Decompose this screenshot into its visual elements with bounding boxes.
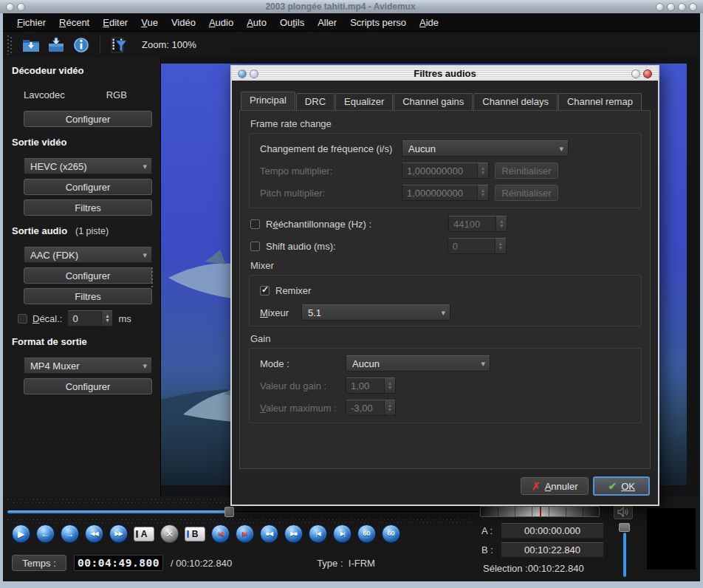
time-mode-button[interactable]: Temps : <box>12 555 66 571</box>
menu-auto[interactable]: Auto <box>240 15 273 30</box>
tab-channel-remap[interactable]: Channel remap <box>558 93 642 110</box>
gain-max-spinbox: -3,00 ▲▼ <box>346 400 396 416</box>
toolbar-drag-handle[interactable] <box>7 35 13 55</box>
open-file-icon[interactable] <box>21 35 41 55</box>
next-frame-button[interactable]: → <box>61 524 79 543</box>
menu-scripts-perso[interactable]: Scripts perso <box>343 15 413 30</box>
window-close-button[interactable] <box>689 3 697 11</box>
menu-editer[interactable]: Editer <box>96 15 134 30</box>
frame-type-label: Type : I-FRM <box>317 558 375 569</box>
prev-intra-frame-button[interactable]: I◀ <box>211 524 230 543</box>
sidebar-splitter-handle[interactable] <box>150 267 154 288</box>
tab-drc[interactable]: DRC <box>296 93 335 110</box>
output-format-select[interactable]: MP4 Muxer <box>24 358 152 374</box>
window-minimize-button[interactable] <box>667 3 675 11</box>
shift-audio-checkbox[interactable] <box>250 242 260 251</box>
remix-checkbox[interactable] <box>260 286 270 295</box>
resample-checkbox[interactable] <box>250 219 260 229</box>
resample-spinbox: 44100 ▲▼ <box>448 216 507 232</box>
marker-b-label: B : <box>481 544 501 555</box>
tab-channel-gains[interactable]: Channel gains <box>394 93 473 110</box>
timeline-ticks-bottom <box>7 519 473 523</box>
total-time-label: / 00:10:22.840 <box>171 558 232 569</box>
menu-fichier[interactable]: Fichier <box>10 15 52 30</box>
mixeur-label: Mixeur <box>260 307 289 318</box>
tab-channel-delays[interactable]: Channel delays <box>473 93 558 110</box>
dialog-shade-button[interactable] <box>250 69 258 78</box>
video-configure-button[interactable]: Configurer <box>24 179 152 195</box>
clear-selection-button[interactable]: ✕ <box>160 524 179 543</box>
toolbar-separator <box>100 36 100 54</box>
audio-filters-dialog: Filtres audios Principal DRC Equalizer C… <box>230 65 659 506</box>
back-60s-button[interactable]: 60 <box>357 524 376 543</box>
video-filters-button[interactable]: Filtres <box>24 199 152 216</box>
forward-60s-button[interactable]: 60 <box>382 524 400 543</box>
volume-slider-track[interactable] <box>623 533 626 577</box>
decoder-configure-button[interactable]: Configurer <box>24 111 152 127</box>
window-sticky-button[interactable] <box>656 3 664 11</box>
tempo-multiplier-label: Tempo multiplier: <box>260 165 332 177</box>
audio-shift-label: Décal.: <box>32 313 62 324</box>
video-filters-icon[interactable] <box>109 35 129 55</box>
mute-button[interactable] <box>614 505 633 519</box>
menu-aller[interactable]: Aller <box>311 15 343 30</box>
timeline-handle[interactable] <box>224 507 234 517</box>
audio-shift-spinbox[interactable]: 0 ▲▼ <box>67 310 113 327</box>
menu-outils[interactable]: Outils <box>273 15 311 30</box>
menu-recent[interactable]: Récent <box>52 15 96 30</box>
gain-mode-label: Mode : <box>260 358 289 369</box>
format-configure-button[interactable]: Configurer <box>24 378 152 394</box>
first-frame-button[interactable]: |◀ <box>309 524 327 543</box>
dialog-close-button[interactable] <box>643 69 652 78</box>
window-menu-button[interactable] <box>6 3 14 11</box>
gain-section-label: Gain <box>250 333 270 344</box>
marker-a-button[interactable]: A <box>134 527 154 541</box>
audio-shift-checkbox[interactable] <box>18 314 27 324</box>
audio-filters-button[interactable]: Filtres <box>24 288 152 304</box>
tab-principal[interactable]: Principal <box>241 92 295 111</box>
window-shade-button[interactable] <box>17 3 25 11</box>
timeline-slider[interactable] <box>7 507 479 517</box>
window-maximize-button[interactable] <box>678 3 686 11</box>
rewind-button[interactable]: ◀◀ <box>85 524 103 543</box>
last-frame-button[interactable]: ▶| <box>333 524 352 543</box>
gain-max-label: Valeur maximum : <box>260 403 337 414</box>
audio-configure-button[interactable]: Configurer <box>24 267 152 284</box>
jog-wheel[interactable] <box>480 506 600 517</box>
decoder-colorspace-label: RGB <box>106 89 127 100</box>
spin-arrows-icon[interactable]: ▲▼ <box>101 311 112 326</box>
audio-track-count: (1 piste) <box>75 226 109 236</box>
framerate-section-label: Frame rate change <box>250 118 332 129</box>
marker-b-button[interactable]: B <box>185 527 205 541</box>
menu-aide[interactable]: Aide <box>413 15 445 30</box>
ok-button[interactable]: ✔ OK <box>593 476 650 496</box>
cancel-button[interactable]: ✗ Annuler <box>521 477 589 495</box>
video-output-heading: Sortie vidéo <box>12 137 151 148</box>
window-buttons-right <box>650 3 703 11</box>
menu-audio[interactable]: Audio <box>202 15 240 30</box>
fast-forward-button[interactable]: ▶▶ <box>109 524 128 543</box>
spin-arrows-icon: ▲▼ <box>384 400 395 415</box>
prev-frame-button[interactable]: ← <box>36 524 55 543</box>
remix-row: Remixer <box>260 282 311 298</box>
menu-video[interactable]: Vidéo <box>165 15 202 30</box>
prev-black-frame-button[interactable]: ■◀ <box>260 524 278 543</box>
frequency-change-select[interactable]: Aucun <box>402 140 569 157</box>
dialog-minimize-button[interactable] <box>631 69 640 78</box>
gain-mode-select[interactable]: Aucun <box>346 355 490 372</box>
play-button[interactable]: ▶ <box>12 524 30 543</box>
ok-check-icon: ✔ <box>608 480 617 492</box>
volume-slider-handle[interactable] <box>619 523 630 532</box>
info-icon[interactable] <box>71 35 92 55</box>
video-codec-select[interactable]: HEVC (x265) <box>24 158 152 174</box>
gain-group: Mode : Aucun Valeur du gain : 1,00 ▲▼ Va… <box>249 348 642 423</box>
dialog-menu-button[interactable] <box>238 69 247 78</box>
tab-equalizer[interactable]: Equalizer <box>335 93 393 110</box>
current-time-display: 00:04:49.800 <box>74 555 163 571</box>
next-intra-frame-button[interactable]: ▶I <box>236 524 254 543</box>
save-file-icon[interactable] <box>46 35 66 55</box>
menu-vue[interactable]: Vue <box>134 15 165 30</box>
audio-codec-select[interactable]: AAC (FDK) <box>24 247 152 263</box>
next-black-frame-button[interactable]: ▶■ <box>284 524 303 543</box>
mixeur-select[interactable]: 5.1 <box>301 304 450 321</box>
